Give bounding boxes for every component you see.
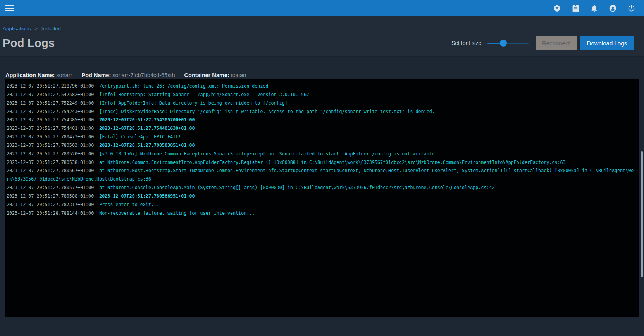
log-timestamp: 2023-12-07 20:51:27.780503+01:00	[7, 143, 99, 148]
log-message: [v3.0.10.1567] NzbDrone.Common.Exception…	[99, 151, 435, 157]
slider-thumb[interactable]	[500, 40, 507, 47]
notifications-icon[interactable]	[590, 4, 598, 12]
log-message: Non-recoverable failure, waiting for use…	[99, 210, 255, 216]
tasks-icon[interactable]	[572, 4, 580, 12]
log-line: 2023-12-07 20:51:27.780473+01:00 [Fatal]…	[7, 133, 635, 141]
application-name-value: sonarr	[56, 72, 72, 78]
reconnect-button[interactable]: Reconnect	[536, 36, 577, 50]
log-line: 2023-12-07 20:51:27.218796+01:00 /entryp…	[7, 82, 635, 91]
log-message: Press enter to exit...	[99, 202, 159, 207]
log-timestamp: 2023-12-07 20:51:27.787317+01:00	[7, 202, 99, 207]
log-timestamp: 2023-12-07 20:51:27.754243+01:00	[7, 109, 99, 114]
log-message: at NzbDrone.Host.Bootstrap.Start (NzbDro…	[7, 168, 634, 182]
log-console[interactable]: 2023-12-07 20:51:27.218796+01:00 /entryp…	[5, 79, 639, 317]
hamburger-menu-button[interactable]	[5, 5, 14, 12]
log-line: 2023-12-07 20:51:27.754243+01:00 [Trace]…	[7, 108, 635, 116]
log-timestamp: 2023-12-07 20:51:27.780520+01:00	[7, 151, 99, 157]
log-message: 2023-12-07T20:51:27.780503851+01:00	[99, 143, 195, 148]
topbar	[0, 0, 644, 16]
breadcrumb-link-applications[interactable]: Applications	[3, 26, 31, 31]
header-controls: Set font size: Reconnect Download Logs	[451, 36, 634, 50]
power-icon[interactable]	[627, 4, 635, 12]
log-line: 2023-12-07 20:51:27.754401+01:00 2023-12…	[7, 124, 635, 133]
log-line: 2023-12-07 20:51:27.780577+01:00 at NzbD…	[7, 184, 635, 192]
log-timestamp: 2023-12-07 20:51:27.754385+01:00	[7, 117, 99, 122]
log-message: at NzbDrone.Common.EnvironmentInfo.AppFo…	[99, 160, 565, 165]
download-logs-button[interactable]: Download Logs	[580, 36, 634, 50]
truecommand-icon[interactable]	[553, 4, 561, 12]
breadcrumb: Applications > Installed	[3, 26, 634, 31]
container-name-value: sonarr	[231, 72, 247, 78]
log-message: [Trace] DiskProviderBase: Directory '/co…	[99, 109, 435, 114]
log-timestamp: 2023-12-07 20:51:27.218796+01:00	[7, 83, 99, 89]
log-timestamp: 2023-12-07 20:51:27.780473+01:00	[7, 134, 99, 140]
font-size-slider[interactable]	[487, 40, 529, 47]
account-icon[interactable]	[609, 4, 617, 12]
log-line: 2023-12-07 20:51:28.788144+01:00 Non-rec…	[7, 209, 635, 218]
topbar-icon-group	[553, 4, 635, 12]
breadcrumb-link-installed[interactable]: Installed	[41, 26, 61, 31]
container-name-label: Container Name:	[184, 72, 229, 78]
log-timestamp: 2023-12-07 20:51:27.780577+01:00	[7, 185, 99, 190]
log-message: 2023-12-07T20:51:27.780588951+01:00	[99, 193, 195, 199]
log-line: 2023-12-07 20:51:27.780588+01:00 2023-12…	[7, 192, 635, 201]
page-header: Applications > Installed Pod Logs Set fo…	[0, 16, 644, 57]
font-size-label: Set font size:	[451, 40, 483, 46]
pod-name-label: Pod Name:	[82, 72, 111, 78]
log-message: [Info] AppFolderInfo: Data directory is …	[99, 100, 288, 106]
log-line: 2023-12-07 20:51:27.780567+01:00 at NzbD…	[7, 167, 635, 184]
log-timestamp: 2023-12-07 20:51:27.780567+01:00	[7, 168, 99, 173]
log-line: 2023-12-07 20:51:27.780503+01:00 2023-12…	[7, 141, 635, 150]
log-message: 2023-12-07T20:51:27.754401630+01:00	[99, 126, 195, 131]
log-message: 2023-12-07T20:51:27.754385700+01:00	[99, 117, 195, 122]
log-timestamp: 2023-12-07 20:51:27.780588+01:00	[7, 193, 99, 199]
log-message: /entrypoint.sh: line 26: /config/config.…	[99, 83, 268, 89]
log-line: 2023-12-07 20:51:27.542582+01:00 [Info] …	[7, 91, 635, 99]
breadcrumb-separator: >	[35, 26, 38, 31]
log-message: [Info] Bootstrap: Starting Sonarr - /app…	[99, 92, 309, 97]
log-line: 2023-12-07 20:51:27.754385+01:00 2023-12…	[7, 116, 635, 124]
pod-info: Application Name: sonarr Pod Name: sonar…	[5, 72, 644, 78]
log-message: at NzbDrone.Console.ConsoleApp.Main (Sys…	[99, 185, 494, 190]
log-line: 2023-12-07 20:51:27.780538+01:00 at NzbD…	[7, 159, 635, 167]
pod-name-value: sonarr-7fcb7bb4cd-65sth	[112, 72, 175, 78]
scrollbar-thumb[interactable]	[641, 151, 643, 277]
log-timestamp: 2023-12-07 20:51:28.788144+01:00	[7, 210, 99, 216]
log-line: 2023-12-07 20:51:27.780520+01:00 [v3.0.1…	[7, 150, 635, 159]
log-timestamp: 2023-12-07 20:51:27.754401+01:00	[7, 126, 99, 131]
log-timestamp: 2023-12-07 20:51:27.752249+01:00	[7, 100, 99, 106]
application-name-label: Application Name:	[5, 72, 55, 78]
log-line: 2023-12-07 20:51:27.787317+01:00 Press e…	[7, 201, 635, 209]
log-timestamp: 2023-12-07 20:51:27.542582+01:00	[7, 92, 99, 97]
log-message: [Fatal] ConsoleApp: EPIC FAIL!	[99, 134, 181, 140]
log-timestamp: 2023-12-07 20:51:27.780538+01:00	[7, 160, 99, 165]
page-title: Pod Logs	[3, 37, 55, 50]
log-line: 2023-12-07 20:51:27.752249+01:00 [Info] …	[7, 99, 635, 108]
